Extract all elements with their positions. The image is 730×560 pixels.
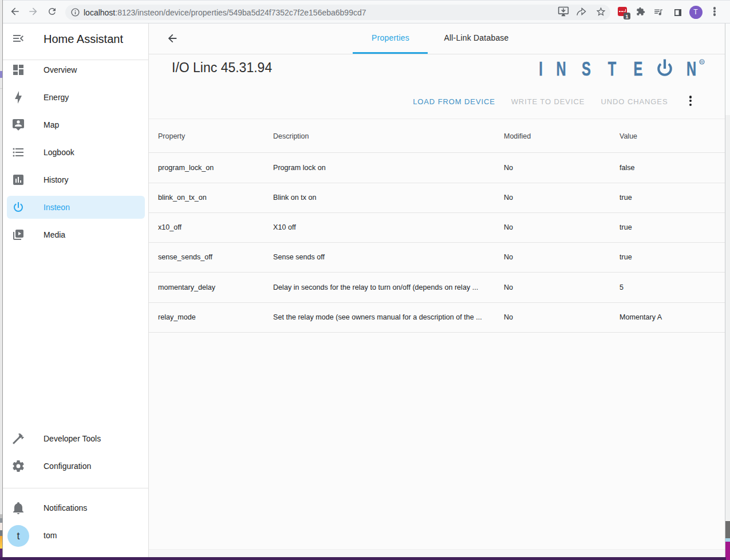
svg-text:N: N [686, 57, 696, 80]
svg-text:T: T [608, 57, 617, 80]
svg-text:E: E [634, 57, 643, 80]
svg-text:I: I [539, 57, 543, 80]
svg-text:S: S [582, 57, 591, 80]
svg-text:N: N [556, 57, 566, 80]
svg-text:R: R [700, 60, 704, 65]
